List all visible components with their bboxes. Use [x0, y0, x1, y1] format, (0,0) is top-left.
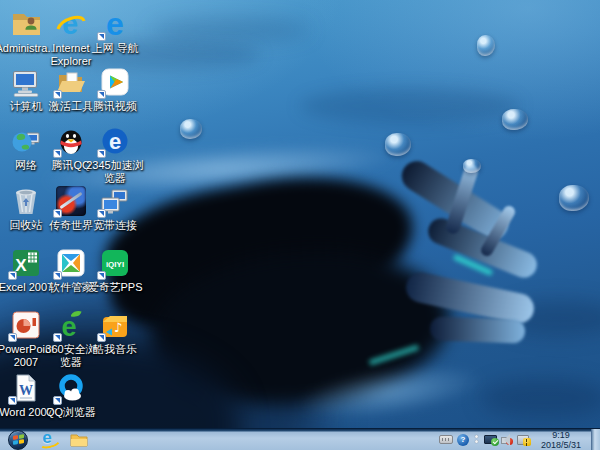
clock-date: 2018/5/31	[541, 440, 581, 450]
wave-shadow	[480, 378, 600, 418]
system-tray: ? 9:19 2018/5/31	[439, 429, 600, 450]
powerpoint-icon	[10, 309, 42, 341]
splash-spike	[479, 204, 517, 258]
legend-world-game-icon	[55, 185, 87, 217]
taskbar: e ? 9:19 2018/5/31	[0, 428, 600, 450]
desktop-icon-label: 2345加速浏览器	[84, 159, 146, 185]
shortcut-arrow-icon	[53, 396, 62, 405]
blue-e-browser-icon: e	[99, 8, 131, 40]
kuwo-music-icon: ♪	[99, 309, 131, 341]
splash-crown	[430, 316, 526, 343]
windows-logo-icon	[13, 434, 24, 445]
shortcut-arrow-icon	[97, 209, 106, 218]
water-droplet	[463, 159, 481, 173]
splash-crown	[403, 270, 536, 326]
shortcut-arrow-icon	[8, 333, 17, 342]
desktop: Administra... e Internet Explorer e 上网 导…	[0, 0, 600, 428]
folder-icon	[70, 432, 88, 448]
software-manager-icon	[55, 247, 87, 279]
clock-time: 9:19	[541, 430, 581, 440]
water-droplet	[559, 185, 589, 211]
show-desktop-button[interactable]	[591, 429, 600, 450]
cyan-accent	[368, 344, 419, 366]
start-button[interactable]	[8, 430, 28, 450]
shortcut-arrow-icon	[53, 271, 62, 280]
svg-text:e: e	[62, 8, 78, 40]
shortcut-arrow-icon	[53, 209, 62, 218]
internet-explorer-icon: e	[39, 431, 56, 448]
svg-text:iQIYI: iQIYI	[106, 260, 124, 269]
keyboard-icon[interactable]	[439, 435, 453, 444]
desktop-icon-label: 上网 导航	[84, 42, 146, 55]
water-glow	[293, 355, 488, 428]
360-browser-icon: e	[55, 309, 87, 341]
water-droplet	[180, 119, 202, 139]
shortcut-arrow-icon	[97, 271, 106, 280]
wave-shadow	[500, 300, 600, 336]
svg-text:♪: ♪	[114, 320, 122, 335]
shortcut-arrow-icon	[97, 333, 106, 342]
shortcut-arrow-icon	[8, 396, 17, 405]
water-droplet	[477, 35, 495, 56]
2345-browser-icon: e	[99, 125, 131, 157]
qq-penguin-icon	[55, 125, 87, 157]
network-warning-icon[interactable]	[517, 435, 529, 445]
audio-alert-icon[interactable]	[501, 434, 513, 445]
desktop-icon-iqiyi-pps[interactable]: iQIYI 爱奇艺PPS	[84, 247, 146, 294]
svg-text:W: W	[19, 383, 33, 398]
desktop-icon-label: 爱奇艺PPS	[84, 281, 146, 294]
network-icon	[10, 125, 42, 157]
security-ok-icon[interactable]	[484, 435, 497, 444]
water-droplet	[502, 109, 528, 130]
desktop-icon-broadband[interactable]: 宽带连接	[84, 185, 146, 232]
administrator-folder-icon	[10, 8, 42, 40]
desktop-icon-tencent-video[interactable]: 腾讯视频	[84, 66, 146, 113]
desktop-icon-kuwo-music[interactable]: ♪ 酷我音乐	[84, 309, 146, 356]
svg-text:e: e	[106, 8, 124, 40]
desktop-icon-qq-browser[interactable]: QQ浏览器	[40, 372, 102, 419]
splash-crown	[424, 214, 540, 281]
qq-browser-icon	[55, 372, 87, 404]
taskbar-explorer-button[interactable]	[66, 430, 92, 450]
desktop-icon-shangwang-daohang[interactable]: e 上网 导航	[84, 8, 146, 55]
broadband-connection-icon	[99, 185, 131, 217]
iqiyi-icon: iQIYI	[99, 247, 131, 279]
svg-text:X: X	[15, 256, 27, 275]
open-folder-icon	[55, 66, 87, 98]
shortcut-arrow-icon	[53, 149, 62, 158]
splash-spike	[444, 163, 480, 236]
desktop-icon-2345-browser[interactable]: e 2345加速浏览器	[84, 125, 146, 185]
word-icon: W	[10, 372, 42, 404]
taskbar-clock[interactable]: 9:19 2018/5/31	[541, 430, 581, 450]
svg-text:e: e	[109, 129, 121, 154]
shortcut-arrow-icon	[8, 271, 17, 280]
cyan-accent	[453, 254, 494, 277]
wave-shadow	[150, 18, 310, 42]
tencent-video-icon	[99, 66, 131, 98]
help-icon[interactable]: ?	[457, 434, 469, 446]
desktop-icon-label: 宽带连接	[84, 219, 146, 232]
taskbar-internet-explorer-button[interactable]: e	[34, 430, 60, 450]
shortcut-arrow-icon	[97, 32, 106, 41]
desktop-icon-label: 腾讯视频	[84, 100, 146, 113]
shortcut-arrow-icon	[97, 149, 106, 158]
shortcut-arrow-icon	[97, 90, 106, 99]
splash-crown	[396, 155, 514, 244]
recycle-bin-icon	[10, 185, 42, 217]
desktop-icon-label: 酷我音乐	[84, 343, 146, 356]
internet-explorer-icon: e	[55, 8, 87, 40]
wave-shadow	[300, 88, 520, 124]
splash-dark-lower	[144, 239, 456, 417]
shortcut-arrow-icon	[53, 333, 62, 342]
desktop-icon-label: QQ浏览器	[40, 406, 102, 419]
computer-icon	[10, 66, 42, 98]
water-droplet	[385, 133, 411, 156]
ime-icon[interactable]	[473, 434, 480, 445]
shortcut-arrow-icon	[53, 90, 62, 99]
excel-icon: X	[10, 247, 42, 279]
